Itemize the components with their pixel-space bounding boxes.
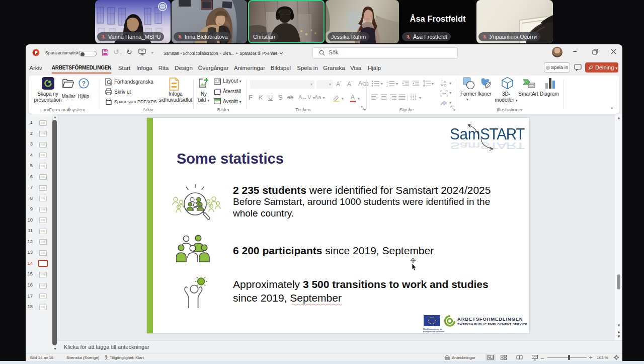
svg-text:2: 2 (386, 84, 388, 87)
svg-text:A: A (444, 80, 446, 84)
svg-text:Ö: Ö (444, 84, 447, 87)
svg-text:1: 1 (386, 80, 388, 83)
svg-text:?: ? (82, 80, 86, 87)
